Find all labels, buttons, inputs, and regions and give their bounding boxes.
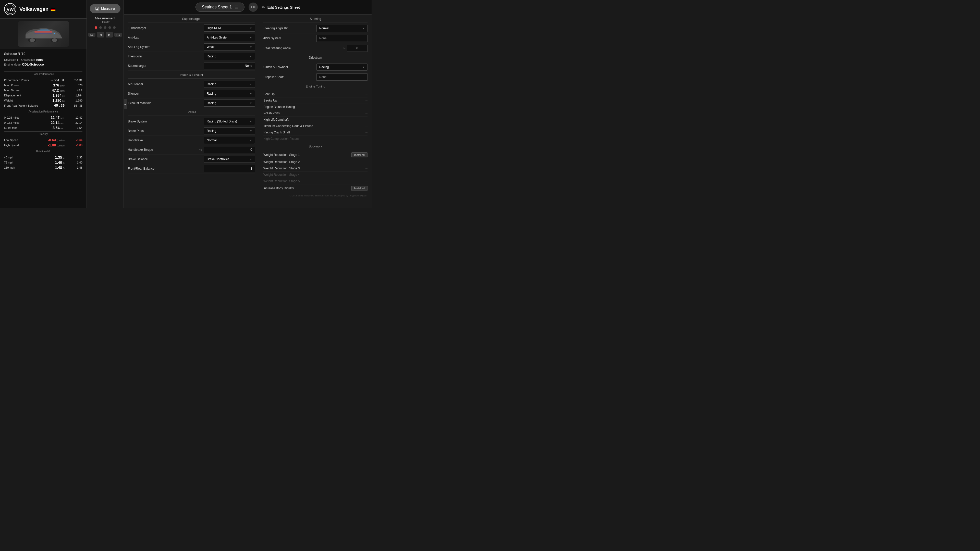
clutch-select[interactable]: Racing ▼: [317, 64, 368, 71]
settings-sheet-button[interactable]: Settings Sheet 1 ☰: [196, 3, 245, 12]
propeller-label: Propeller Shaft: [263, 75, 317, 79]
front-rear-value[interactable]: 3: [204, 165, 255, 172]
rotational-g-header: Rotational G: [4, 149, 83, 154]
brake-pads-label: Brake Pads: [128, 129, 204, 133]
collapse-button[interactable]: ◀: [124, 99, 127, 109]
car-drivetrain-line: Drivetrain FF / Aspiration Turbo: [4, 58, 83, 62]
torque-label: Max. Torque: [4, 89, 44, 92]
lv-label: Lv.: [343, 47, 346, 50]
dot-2: [99, 26, 102, 29]
rear-angle-value[interactable]: 0: [347, 44, 368, 52]
brake-pads-row: Brake Pads Racing ▼: [128, 126, 255, 136]
front-rear-balance-row: Front/Rear Balance 3: [128, 164, 255, 173]
handbrake-select[interactable]: Normal ▼: [204, 137, 255, 144]
chevron-down-icon: ▼: [250, 83, 252, 86]
measure-button[interactable]: ▲ Measure: [90, 4, 121, 13]
dot-1: [95, 26, 97, 29]
titanium-value: --: [366, 124, 368, 128]
rigidity-label: Increase Body Rigidity: [263, 186, 352, 190]
anti-lag-system-select[interactable]: Weak ▼: [204, 43, 255, 51]
accel1-label: 0-0.25 miles: [4, 116, 44, 119]
chevron-down-icon: ▼: [250, 92, 252, 95]
balance-label: Front-Rear Weight Balance: [4, 104, 44, 107]
balance-right: 65 : 35: [70, 104, 83, 107]
engine-label: Engine Model: [4, 63, 21, 66]
supercharger-header: Supercharger: [128, 14, 255, 22]
weight-label: Weight: [4, 99, 44, 102]
chevron-down-icon: ▼: [250, 158, 252, 161]
exhaust-manifold-select[interactable]: Racing ▼: [204, 100, 255, 106]
stage5-row: Weight Reduction: Stage 5 --: [263, 178, 368, 184]
balance-row: Front-Rear Weight Balance 65 : 35 65 : 3…: [4, 103, 83, 108]
prev-button[interactable]: ◀: [97, 32, 104, 38]
anti-lag-label: Anti-Lag: [128, 36, 204, 39]
bore-up-row: Bore Up --: [263, 91, 368, 97]
silencer-select[interactable]: Racing ▼: [204, 90, 255, 97]
rigidity-badge: Installed: [352, 186, 368, 191]
dot-3: [104, 26, 107, 29]
pp-label: Performance Points: [4, 79, 44, 82]
stage2-row: Weight Reduction: Stage 2 --: [263, 159, 368, 165]
pencil-icon: ✏: [262, 5, 265, 10]
chevron-down-icon: ▼: [362, 66, 365, 68]
weight-mid: 1,280 kg: [44, 98, 65, 103]
car-image: R: [18, 21, 69, 47]
air-cleaner-select[interactable]: Racing ▼: [204, 81, 255, 88]
tuning-column: Supercharger Turbocharger High-RPM ▼ Ant…: [124, 14, 259, 208]
triangle-icon: ▲: [95, 7, 99, 11]
pp-right: 651.31: [70, 79, 83, 82]
menu-icon: ☰: [235, 5, 238, 9]
accel1-row: 0-0.25 miles 12.47 sec. 12.47: [4, 115, 83, 120]
dot-5: [113, 26, 116, 29]
brake-system-select[interactable]: Racing (Slotted Discs) ▼: [204, 118, 255, 125]
measure-panel: ▲ Measure Measurement History L1 ◀ ▶ R1 …: [87, 0, 124, 208]
dots-menu-button[interactable]: •••: [248, 3, 258, 12]
accel1-mid: 12.47 sec.: [44, 116, 65, 120]
turbocharger-select[interactable]: High-RPM ▼: [204, 24, 255, 32]
stage4-row: Weight Reduction: Stage 4 --: [263, 171, 368, 178]
stage3-value: --: [366, 167, 368, 170]
turbocharger-label: Turbocharger: [128, 26, 204, 30]
torque-mid: 47.2 kgfm: [44, 88, 65, 92]
intercooler-select[interactable]: Racing ▼: [204, 53, 255, 60]
anti-lag-system-label: Anti-Lag System: [128, 45, 204, 49]
drivetrain-header: Drivetrain: [263, 53, 368, 61]
pp-value: 651.31: [54, 78, 65, 82]
brake-system-row: Brake System Racing (Slotted Discs) ▼: [128, 117, 255, 126]
chevron-down-icon: ▼: [250, 102, 252, 105]
engine-value: CDL-Scirocco: [22, 62, 44, 66]
angle-kit-select[interactable]: Normal ▼: [317, 25, 368, 32]
stage5-label: Weight Reduction: Stage 5: [263, 179, 366, 183]
power-value: 376: [53, 83, 59, 87]
brake-pads-select[interactable]: Racing ▼: [204, 127, 255, 135]
propeller-value: None: [317, 73, 368, 81]
torque-row: Max. Torque 47.2 kgfm 47.2: [4, 88, 83, 93]
content-area: Supercharger Turbocharger High-RPM ▼ Ant…: [124, 14, 372, 208]
intake-exhaust-header: Intake & Exhaust: [128, 71, 255, 79]
handbrake-torque-value[interactable]: 0: [204, 146, 255, 153]
torque-unit: kgfm: [59, 89, 65, 92]
left-panel: VW Volkswagen 🇩🇪 R S: [0, 0, 87, 208]
anti-lag-select[interactable]: Anti-Lag System ▼: [204, 34, 255, 41]
stage5-value: --: [366, 179, 368, 183]
stroke-up-label: Stroke Up: [263, 99, 366, 102]
pct-label: %: [199, 148, 202, 151]
bore-up-label: Bore Up: [263, 92, 366, 96]
high-compression-row: High Compression Pistons --: [263, 136, 368, 142]
car-info: Scirocco R '10 Drivetrain FF / Aspiratio…: [0, 49, 86, 69]
power-row: Max. Power 376 BHP 376: [4, 83, 83, 88]
svg-rect-8: [35, 33, 52, 34]
rot3-row: 150 mph 1.48 G 1.48: [4, 165, 83, 170]
top-bar: Settings Sheet 1 ☰ ••• ✏ Edit Settings S…: [124, 0, 372, 14]
edit-label: Edit Settings Sheet: [267, 5, 300, 10]
handbrake-label: Handbrake: [128, 138, 204, 142]
rigidity-row: Increase Body Rigidity Installed: [263, 184, 368, 192]
edit-button[interactable]: ✏ Edit Settings Sheet: [262, 5, 300, 10]
chevron-down-icon: ▼: [250, 27, 252, 30]
low-speed-row: Low Speed -0.64 (Under) -0.64: [4, 138, 83, 143]
high-compression-label: High Compression Pistons: [263, 137, 366, 141]
chevron-down-icon: ▼: [250, 55, 252, 58]
next-button[interactable]: ▶: [106, 32, 113, 38]
vw-logo: VW: [4, 3, 16, 15]
brake-balance-select[interactable]: Brake Controller ▼: [204, 156, 255, 163]
